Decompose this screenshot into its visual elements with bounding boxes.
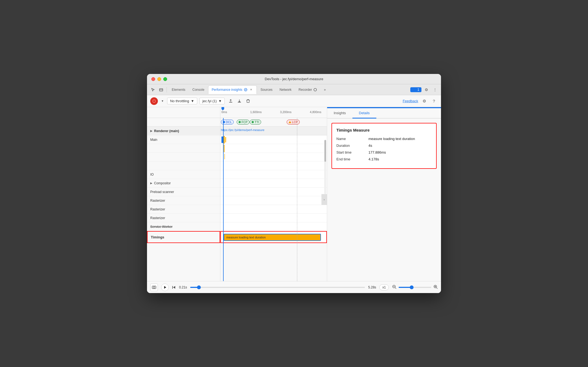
tab-details[interactable]: Details <box>352 108 376 119</box>
rasterizer1-timeline-row <box>220 196 327 205</box>
bottom-bar: 0.21s 5.28s x1 <box>147 281 441 293</box>
cursor-handle[interactable] <box>221 107 224 110</box>
toolbar-right: Feedback ⚙ ? <box>403 97 438 105</box>
details-panel: Timings Measure Name measure loading tex… <box>327 119 441 281</box>
zoom-in-button[interactable] <box>433 285 438 290</box>
time-1600ms: 1,600ms <box>250 110 262 114</box>
devtools-window: DevTools - jec.fyi/demo/perf-measure Ele… <box>147 74 441 293</box>
track-timings: Timings <box>147 231 220 243</box>
tti-milestone: TTI <box>250 120 261 125</box>
tab-network[interactable]: Network <box>276 85 295 94</box>
window-title: DevTools - jec.fyi/demo/perf-measure <box>265 77 323 81</box>
playback-slider <box>190 287 365 288</box>
timeline-area: 0ms 1,600ms 3,200ms 4,800ms <box>220 107 327 281</box>
io-timeline-row <box>220 170 327 179</box>
settings-icon[interactable]: ⚙ <box>423 86 430 94</box>
timings-bar[interactable]: measure loading text duration <box>224 234 321 241</box>
maximize-button[interactable] <box>163 77 167 81</box>
track-main: Main <box>147 135 220 144</box>
tab-elements[interactable]: Elements <box>168 85 189 94</box>
tabbar: Elements Console Performance insights ✕ … <box>147 84 441 95</box>
toolbar: ▼ No throttling ▼ jec.fyi (1) ▼ Feedback… <box>147 95 441 107</box>
throttling-dropdown[interactable]: No throttling ▼ <box>167 98 197 104</box>
main-timeline-row <box>220 135 327 144</box>
time-4800ms: 4,800ms <box>310 110 321 114</box>
main-content: ▶ Renderer (main) Main IO ▶ Compositor P… <box>147 107 441 281</box>
record-button[interactable] <box>150 97 158 105</box>
fcp-dot <box>239 121 241 123</box>
zoom-slider-track[interactable] <box>399 287 431 288</box>
vertical-scrollbar[interactable] <box>324 140 326 194</box>
record-dropdown-button[interactable]: ▼ <box>160 99 165 103</box>
time-ruler: 0ms 1,600ms 3,200ms 4,800ms <box>220 107 327 118</box>
track-rasterizer2: Rasterizer <box>147 205 220 214</box>
main-timeline-row3 <box>220 153 327 161</box>
track-renderer-main: ▶ Renderer (main) <box>147 127 220 135</box>
delete-icon[interactable] <box>244 97 252 105</box>
collapse-panel-arrow[interactable]: › <box>321 194 327 205</box>
slider-track[interactable] <box>190 287 365 288</box>
main-bar-yellow2 <box>225 137 226 142</box>
track-io: IO <box>147 170 220 179</box>
settings-gear-icon[interactable]: ⚙ <box>420 97 428 105</box>
track-rasterizer1: Rasterizer <box>147 196 220 205</box>
skip-to-start-button[interactable] <box>172 285 176 289</box>
tab-close-icon[interactable]: ✕ <box>249 88 253 92</box>
cursor-icon[interactable] <box>149 86 157 94</box>
tab-more[interactable]: » <box>321 85 329 94</box>
dock-icon[interactable] <box>157 86 165 94</box>
tti-dot <box>252 121 254 123</box>
track-service-worker: Service Worker <box>147 222 220 231</box>
tab-insights[interactable]: Insights <box>327 108 352 119</box>
timeline-header: 0ms 1,600ms 3,200ms 4,800ms <box>220 107 327 118</box>
svg-rect-4 <box>413 88 416 91</box>
tab-separator <box>167 87 167 92</box>
toolbar-icons <box>227 97 252 105</box>
track-preload: Preload scanner <box>147 188 220 196</box>
tab-sources[interactable]: Sources <box>257 85 276 94</box>
main-bar-yellow1 <box>224 136 225 144</box>
zoom-out-button[interactable] <box>392 285 396 290</box>
time-start-display: 0.21s <box>179 285 187 289</box>
dashed-line <box>297 118 297 281</box>
rasterizer2-timeline-row <box>220 205 327 214</box>
feedback-link[interactable]: Feedback <box>403 99 418 103</box>
svg-point-8 <box>153 287 155 288</box>
url-bar: https://jec.fyi/demo/perf-measure <box>221 128 324 134</box>
download-icon[interactable] <box>236 97 243 105</box>
slider-thumb[interactable] <box>197 285 201 289</box>
help-icon[interactable]: ? <box>430 97 438 105</box>
tab-console[interactable]: Console <box>189 85 208 94</box>
timings-timeline-row[interactable]: measure loading text duration <box>220 231 327 243</box>
milestone-row: DCL FCP TTI LCP <box>220 118 327 127</box>
preload-timeline-row <box>220 188 327 196</box>
tab-recorder[interactable]: Recorder <box>295 85 320 94</box>
details-title: Timings Measure <box>336 128 432 132</box>
minimize-button[interactable] <box>157 77 161 81</box>
details-row-end: End time 4.178s <box>336 157 432 161</box>
cursor-line <box>223 118 224 281</box>
play-button[interactable] <box>161 284 169 291</box>
service-worker-timeline-row <box>220 222 327 231</box>
time-end-display: 5.28s <box>368 285 376 289</box>
scrollbar-thumb[interactable] <box>324 140 326 162</box>
tab-performance-insights[interactable]: Performance insights ✕ <box>208 85 257 94</box>
track-rasterizer3: Rasterizer <box>147 214 220 222</box>
lcp-milestone: LCP <box>287 120 300 125</box>
main-timeline-row2 <box>220 144 327 153</box>
zoom-controls <box>392 285 438 290</box>
close-button[interactable] <box>151 77 155 81</box>
zoom-thumb[interactable] <box>410 285 414 289</box>
time-0ms: 0ms <box>221 110 227 114</box>
upload-icon[interactable] <box>227 97 234 105</box>
traffic-lights <box>151 77 167 81</box>
screenshot-button[interactable] <box>150 284 158 291</box>
more-options-icon[interactable]: ⋮ <box>431 86 439 94</box>
titlebar: DevTools - jec.fyi/demo/perf-measure <box>147 74 441 84</box>
main-timeline-row4 <box>220 161 327 170</box>
track-spacer2 <box>147 153 220 161</box>
expand-arrow-icon: ▶ <box>150 129 152 132</box>
rasterizer3-timeline-row <box>220 214 327 222</box>
site-dropdown[interactable]: jec.fyi (1) ▼ <box>199 98 225 104</box>
chat-badge[interactable]: 1 <box>410 87 421 92</box>
